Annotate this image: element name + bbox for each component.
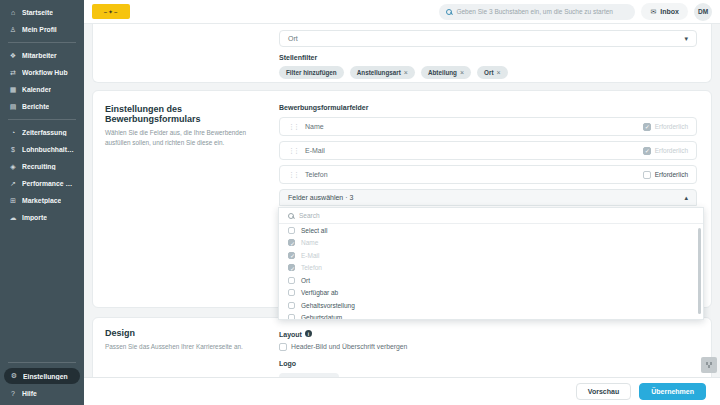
inbox-button[interactable]: ✉ Inbox <box>641 3 688 20</box>
option-checkbox[interactable] <box>288 314 295 320</box>
dropdown-option[interactable]: Gehaltsvorstellung <box>279 299 703 312</box>
avatar[interactable]: DM <box>694 3 712 21</box>
dropdown-search-input[interactable] <box>299 212 694 219</box>
layout-label: Layouti <box>279 330 697 338</box>
footer-bar: Vorschau Übernehmen <box>84 377 720 405</box>
sidebar-item[interactable]: ? Hilfe <box>0 385 84 402</box>
sidebar-item[interactable]: ⊞ Marketplace <box>0 192 84 209</box>
close-icon[interactable]: × <box>497 69 501 76</box>
dropdown-search[interactable] <box>279 208 703 224</box>
dropdown-option[interactable]: Select all <box>279 224 703 237</box>
form-card-description: Wählen Sie die Felder aus, die Ihre Bewe… <box>105 128 270 147</box>
drag-handle-icon[interactable]: ⋮⋮ <box>288 147 298 155</box>
dropdown-options: Select all Name E-Mail <box>279 224 703 320</box>
global-search[interactable] <box>439 4 635 20</box>
required-checkbox[interactable] <box>643 147 651 155</box>
widget-button[interactable] <box>701 357 717 373</box>
sidebar-item[interactable]: ⇄ Workflow Hub <box>0 64 84 81</box>
drag-handle-icon[interactable]: ⋮⋮ <box>288 171 298 179</box>
option-label: Geburtsdatum <box>301 314 342 320</box>
dropdown-scrollbar[interactable] <box>698 228 701 314</box>
sidebar-item-icon: ☁ <box>9 214 17 222</box>
chip-label: Ort <box>484 69 493 76</box>
filter-chip[interactable]: Anstellungsart × <box>350 66 415 79</box>
sidebar-item[interactable]: ◈ Recruiting <box>0 158 84 175</box>
required-label: Erforderlich <box>655 171 688 178</box>
inbox-label: Inbox <box>660 8 679 15</box>
drag-handle-icon[interactable]: ⋮⋮ <box>288 123 298 131</box>
close-icon[interactable]: × <box>404 69 408 76</box>
sidebar-item[interactable]: ▤ Berichte <box>0 98 84 115</box>
required-checkbox[interactable] <box>643 123 651 131</box>
option-label: Telefon <box>301 264 322 271</box>
close-icon[interactable]: × <box>460 69 464 76</box>
sidebar-item-label: Hilfe <box>22 390 37 397</box>
fields-select-trigger[interactable]: Felder auswählen · 3 ▴ <box>279 189 697 206</box>
dropdown-option[interactable]: Telefon <box>279 262 703 275</box>
option-checkbox[interactable] <box>288 289 295 296</box>
sidebar: ⌂ Startseite ♙ Mein Profil ❖ Mitarbeiter <box>0 0 84 405</box>
option-checkbox[interactable] <box>288 277 295 284</box>
info-icon[interactable]: i <box>305 330 312 337</box>
topbar: –✦– ✉ Inbox DM <box>84 0 720 24</box>
sidebar-item-icon: ⇄ <box>9 69 17 77</box>
option-label: E-Mail <box>301 252 319 259</box>
sidebar-item[interactable]: ▦ Kalender <box>0 81 84 98</box>
sidebar-item-label: Lohnbuchhaltung <box>22 146 75 153</box>
layout-label-text: Layout <box>279 331 302 338</box>
fields-dropdown: Select all Name E-Mail <box>278 207 704 320</box>
ort-select-value: Ort <box>288 35 684 42</box>
sidebar-item[interactable]: ⚙ Einstellungen <box>4 368 80 384</box>
sidebar-item-icon: ⊞ <box>9 197 17 205</box>
sidebar-item[interactable]: ♙ Mein Profil <box>0 21 84 38</box>
form-field-row[interactable]: ⋮⋮ Telefon Erforderlich <box>279 165 697 184</box>
logo-label: Logo <box>279 360 697 367</box>
option-checkbox[interactable] <box>288 302 295 309</box>
header-hide-label: Header-Bild und Überschrift verbergen <box>291 343 407 350</box>
sidebar-item-label: Berichte <box>22 103 49 110</box>
sidebar-item[interactable]: ❖ Mitarbeiter <box>0 47 84 64</box>
sidebar-item-icon: ⚙ <box>10 372 18 380</box>
option-checkbox[interactable] <box>288 252 295 259</box>
sidebar-divider <box>8 42 76 43</box>
dropdown-option[interactable]: Name <box>279 237 703 250</box>
dropdown-option[interactable]: Verfügbar ab <box>279 287 703 300</box>
form-field-row[interactable]: ⋮⋮ Name Erforderlich <box>279 117 697 136</box>
sidebar-item-icon: ◔ <box>9 129 17 136</box>
sidebar-item-icon: ❖ <box>9 52 17 60</box>
ort-select[interactable]: Ort ▾ <box>279 30 697 47</box>
form-field-row[interactable]: ⋮⋮ E-Mail Erforderlich <box>279 141 697 160</box>
filter-chip[interactable]: Filter hinzufügen <box>279 66 344 79</box>
required-checkbox[interactable] <box>643 171 651 179</box>
sidebar-item[interactable]: $ Lohnbuchhaltung <box>0 141 84 158</box>
sidebar-item[interactable]: ↗ Performance & E... <box>0 175 84 192</box>
dropdown-option[interactable]: E-Mail <box>279 249 703 262</box>
preview-button[interactable]: Vorschau <box>576 383 631 400</box>
sidebar-item-icon: ▤ <box>9 103 17 111</box>
filter-chip[interactable]: Abteilung × <box>421 66 471 79</box>
sidebar-divider <box>8 362 76 363</box>
dropdown-option[interactable]: Geburtsdatum <box>279 312 703 321</box>
header-hide-checkbox[interactable] <box>279 343 287 351</box>
apply-button[interactable]: Übernehmen <box>639 383 706 400</box>
option-checkbox[interactable] <box>288 264 295 271</box>
option-checkbox[interactable] <box>288 239 295 246</box>
filter-chip[interactable]: Ort × <box>477 66 508 79</box>
sidebar-item-label: Zeiterfassung <box>22 129 67 136</box>
chip-label: Anstellungsart <box>357 69 401 76</box>
main-column: –✦– ✉ Inbox DM Ort ▾ Stellenfilter <box>84 0 720 405</box>
sidebar-item[interactable]: ◔ Zeiterfassung <box>0 124 84 141</box>
sidebar-item-label: Workflow Hub <box>22 69 68 76</box>
sidebar-item[interactable]: ⌂ Startseite <box>0 4 84 21</box>
option-label: Select all <box>301 227 327 234</box>
option-label: Ort <box>301 277 310 284</box>
sidebar-item-label: Performance & E... <box>22 180 75 187</box>
field-label: Telefon <box>305 171 643 178</box>
sidebar-item-label: Marketplace <box>22 197 61 204</box>
search-input[interactable] <box>456 8 628 15</box>
dropdown-option[interactable]: Ort <box>279 274 703 287</box>
option-checkbox[interactable] <box>288 227 295 234</box>
company-logo[interactable]: –✦– <box>92 4 130 19</box>
sidebar-item[interactable]: ☁ Importe <box>0 209 84 226</box>
sidebar-item-icon: ? <box>9 390 17 397</box>
